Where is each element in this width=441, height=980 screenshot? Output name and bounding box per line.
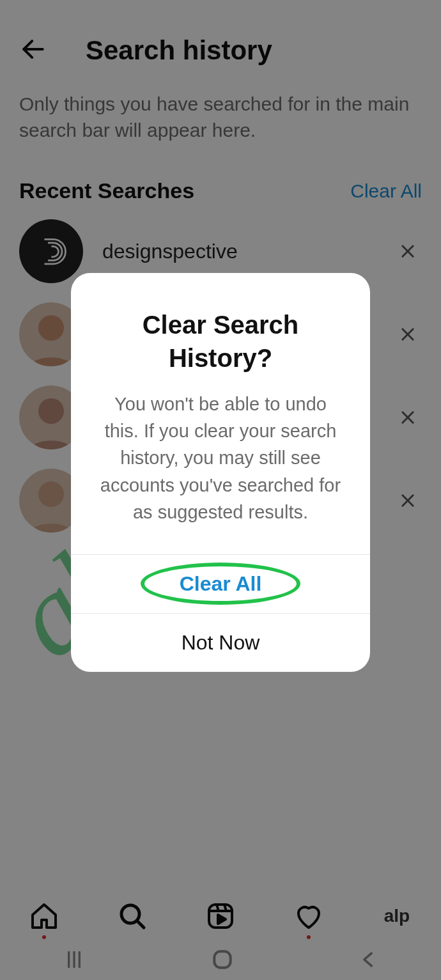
- modal-overlay[interactable]: Clear Search History? You won't be able …: [0, 0, 441, 980]
- modal-clear-all-label: Clear All: [180, 572, 262, 596]
- modal-title: Clear Search History?: [71, 273, 370, 391]
- modal-body: You won't be able to undo this. If you c…: [71, 391, 370, 554]
- modal-not-now-label: Not Now: [182, 631, 260, 655]
- modal-clear-all-button[interactable]: Clear All: [71, 554, 370, 613]
- clear-history-modal: Clear Search History? You won't be able …: [71, 273, 370, 671]
- modal-not-now-button[interactable]: Not Now: [71, 613, 370, 672]
